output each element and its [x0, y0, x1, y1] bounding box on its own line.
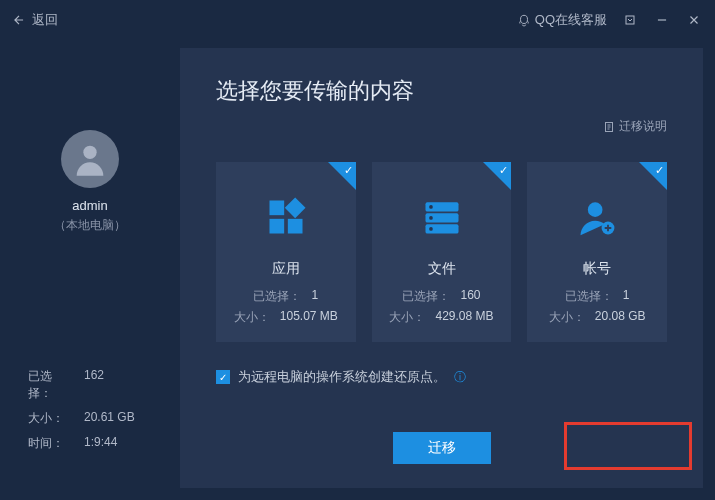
- card-title: 帐号: [583, 260, 611, 278]
- check-icon: ✓: [499, 164, 508, 177]
- migrate-button[interactable]: 迁移: [393, 432, 491, 464]
- back-button[interactable]: 返回: [12, 11, 58, 29]
- titlebar: 返回 QQ在线客服: [0, 0, 715, 40]
- dropdown-button[interactable]: [621, 11, 639, 29]
- minimize-icon: [655, 13, 669, 27]
- sidebar-stats: 已选择： 162 大小： 20.61 GB 时间： 1:9:44: [0, 368, 180, 460]
- check-icon: ✓: [655, 164, 664, 177]
- check-icon: ✓: [344, 164, 353, 177]
- restore-point-row: ✓ 为远程电脑的操作系统创建还原点。 ⓘ: [216, 368, 667, 386]
- arrow-left-icon: [12, 13, 26, 27]
- info-icon[interactable]: ⓘ: [454, 369, 466, 386]
- avatar: [61, 130, 119, 188]
- qq-support-link[interactable]: QQ在线客服: [517, 11, 607, 29]
- card-title: 应用: [272, 260, 300, 278]
- qq-icon: [517, 13, 531, 27]
- svg-point-13: [429, 227, 433, 231]
- main-panel: 选择您要传输的内容 迁移说明 ✓ 应用 已选择：1 大小：105.07 MB ✓: [180, 48, 703, 488]
- apps-icon: [264, 195, 308, 239]
- svg-rect-1: [626, 16, 634, 24]
- svg-point-0: [520, 15, 527, 23]
- chevron-down-icon: [624, 14, 636, 26]
- sidebar: admin （本地电脑） 已选择： 162 大小： 20.61 GB 时间： 1…: [0, 40, 180, 500]
- page-title: 选择您要传输的内容: [216, 76, 667, 106]
- svg-point-2: [83, 146, 96, 159]
- user-icon: [70, 139, 110, 179]
- qq-label: QQ在线客服: [535, 11, 607, 29]
- card-apps[interactable]: ✓ 应用 已选择：1 大小：105.07 MB: [216, 162, 356, 342]
- svg-point-11: [429, 205, 433, 209]
- svg-rect-5: [285, 197, 306, 218]
- card-files[interactable]: ✓ 文件 已选择：160 大小：429.08 MB: [372, 162, 512, 342]
- back-label: 返回: [32, 11, 58, 29]
- stat-size: 大小： 20.61 GB: [28, 410, 180, 427]
- close-icon: [687, 13, 701, 27]
- help-label: 迁移说明: [619, 118, 667, 135]
- doc-icon: [603, 121, 615, 133]
- username: admin: [72, 198, 107, 213]
- card-title: 文件: [428, 260, 456, 278]
- stat-selected: 已选择： 162: [28, 368, 180, 402]
- svg-rect-7: [288, 219, 303, 234]
- restore-point-label: 为远程电脑的操作系统创建还原点。: [238, 368, 446, 386]
- svg-rect-6: [269, 219, 284, 234]
- svg-point-14: [588, 202, 603, 217]
- svg-rect-4: [269, 201, 284, 216]
- close-button[interactable]: [685, 11, 703, 29]
- restore-point-checkbox[interactable]: ✓: [216, 370, 230, 384]
- card-accounts[interactable]: ✓ 帐号 已选择：1 大小：20.08 GB: [527, 162, 667, 342]
- help-link[interactable]: 迁移说明: [603, 118, 667, 135]
- minimize-button[interactable]: [653, 11, 671, 29]
- stat-time: 时间： 1:9:44: [28, 435, 180, 452]
- files-icon: [420, 195, 464, 239]
- account-icon: [575, 195, 619, 239]
- svg-point-12: [429, 216, 433, 220]
- host-label: （本地电脑）: [54, 217, 126, 234]
